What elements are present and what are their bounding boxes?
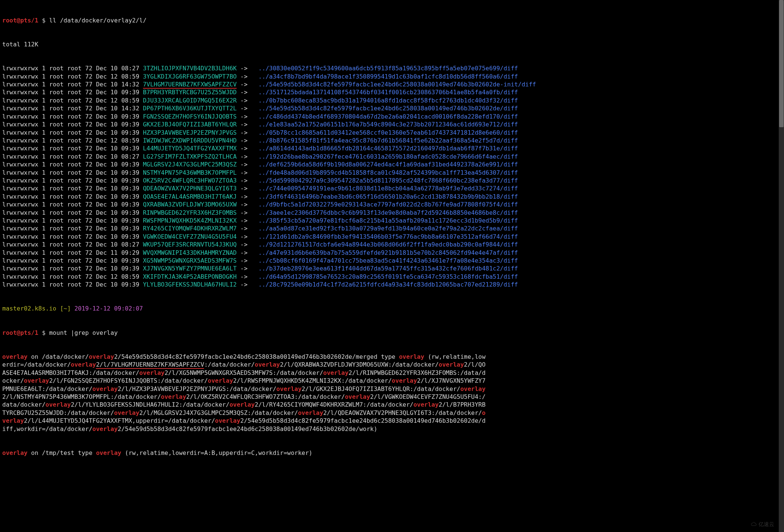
mount-text: 2/l/RY4265CIYOMQWF4DKHRXRZWLM7:/data/doc… (255, 401, 413, 408)
ls-arrow: -> (237, 185, 251, 192)
ls-arrow: -> (237, 65, 251, 72)
ls-target: ../30830e0052f1f9c5349600aa6dcb5f913f85a… (258, 65, 518, 72)
ls-linkname: RY4265CIYOMQWF4DKHRXRZWLM7 (143, 225, 237, 232)
ls-linkname: XKIFDTKJA3K4P52ABEPONBOGKH (143, 273, 237, 280)
ls-row: lrwxrwxrwx 1 root root 77 Dec 10 14:32 7… (2, 80, 782, 88)
ps1-path: [~] (57, 305, 75, 312)
ls-arrow: -> (237, 145, 251, 152)
ls-perms: lrwxrwxrwx 1 root root 72 Dec 10 09:39 (2, 185, 143, 192)
grep-match-overlay: overlay (114, 409, 139, 416)
mount-output-1: overlay on /data/docker/overlay2/54e59d5… (2, 353, 487, 433)
ps1-host: master02.k8s.io (2, 305, 57, 312)
ls-row: lrwxrwxrwx 1 root root 72 Dec 10 09:39 F… (2, 113, 782, 120)
ls-target: ../def6259b6da58d6f9b190d8a006274ed4ac4f… (258, 161, 518, 168)
mount-text: 2/l/YLYLBO3GFEKSSJNDLHA67HULI2:/data/doc… (71, 401, 230, 408)
ls-target: ../385f53cb5a720a97e81fbcf6a8c215b41a55a… (258, 217, 518, 224)
ls-arrow: -> (237, 105, 251, 112)
ls-target: ../c5b08cf6f0169f47a4701cc75bea83ad5ca41… (258, 257, 518, 264)
ls-target: ../fde48a8d06d19b8959cd4b51858f8ca01c948… (258, 169, 518, 176)
ls-linkname: MGLGRSV2J4X7G3GLMPC25M3QSZ (143, 161, 237, 168)
ls-linkname: QOASE4E7AL4ASRMBO3HI7T6AKJ (143, 193, 237, 200)
cloud-icon (751, 521, 757, 527)
ls-target: ../d9bfbc5a1d720322759e0293143ace7797afd… (258, 201, 518, 208)
ls-perms: lrwxrwxrwx 1 root root 72 Dec 10 09:39 (2, 129, 143, 136)
terminal[interactable]: root@pts/1 $ ll /data/docker/overlay2/l/… (0, 0, 784, 465)
mount-text: 2/l/FGN2SSQEZH7HOFSY6INJJQOBTS:/data/doc… (49, 377, 208, 384)
ls-linkname: 3YGLKDIXJG6RF63GW75OWPT7BO (143, 73, 237, 80)
ls-target: ../192d26bae8ba290267fece4761c6031a2659b… (258, 153, 518, 160)
ls-linkname: NSTMY4PN75P436WMB3K7OPMFPL (143, 169, 237, 176)
ls-arrow: -> (237, 153, 251, 160)
mount-text: 2/54e59d5b58d3d4c82fe5979facbc1ee24bd6c2… (118, 425, 377, 432)
mount-text: 2/l/L44MUJETYD5JQ4TFG2YAXXFTMX,upperdir=… (24, 417, 215, 424)
ls-linkname: OKZ5RV2C4WFLQRC3HFWO7ZTOA3 (143, 177, 237, 184)
grep-match-overlay: overlay (323, 369, 348, 376)
ls-perms: lrwxrwxrwx 1 root root 72 Dec 10 09:39 (2, 113, 143, 120)
ls-row: lrwxrwxrwx 1 root root 72 Dec 10 09:39 X… (2, 257, 782, 265)
command-1: ll /data/docker/overlay2/l/ (49, 17, 146, 24)
ls-arrow: -> (237, 225, 251, 232)
ls-row: lrwxrwxrwx 1 root root 72 Dec 12 08:59 3… (2, 73, 782, 80)
grep-match-overlay: overlay (392, 377, 417, 384)
ls-arrow: -> (237, 177, 251, 184)
ls-arrow: -> (237, 257, 251, 264)
mount-text: 2/l/MGLGRSV2J4X7G3GLMPC25M3QSZ:/data/doc… (139, 409, 298, 416)
ls-arrow: -> (237, 97, 251, 104)
ls-target: ../d64a95d12998785e76523c20a89c2565f0191… (258, 273, 518, 280)
ls-target: ../c486dd4374b8ed4f689370804da67d2be2a6a… (258, 113, 518, 120)
mount-text: 2/l/QDEAOWZVAX7V2PHNE3QLGYI6T3:/data/doc… (323, 409, 482, 416)
prompt-line-2: root@pts/1 $ mount |grep overlay (2, 329, 782, 337)
ls-row: lrwxrwxrwx 1 root root 72 Dec 10 08:27 3… (2, 64, 782, 72)
ls-perms: lrwxrwxrwx 1 root root 72 Dec 10 09:39 (2, 225, 143, 232)
grep-match-overlay: overlay (24, 377, 49, 384)
ls-linkname: B7PRH3YRBTYRCBG7U25Z55WJDD (143, 89, 237, 96)
ls-row: lrwxrwxrwx 1 root root 72 Dec 10 09:39 X… (2, 265, 782, 272)
ls-perms: lrwxrwxrwx 1 root root 72 Dec 10 09:39 (2, 257, 143, 264)
grep-match-overlay: overlay (92, 385, 118, 392)
ls-row: lrwxrwxrwx 1 root root 72 Dec 10 09:39 L… (2, 144, 782, 152)
ls-listing: lrwxrwxrwx 1 root root 72 Dec 10 08:27 3… (2, 64, 782, 288)
mount-text: 2/l/NSTMY4PN75P436WMB3K7OPMFPL:/data/doc… (2, 393, 161, 400)
ls-perms: lrwxrwxrwx 1 root root 72 Dec 10 09:39 (2, 121, 143, 128)
mount-text: 2/l/7VLHGM7UERNBZ7KFXWSAPFZZCV (96, 361, 204, 369)
ls-perms: lrwxrwxrwx 1 root root 72 Dec 10 09:39 (2, 169, 143, 176)
ls-perms: lrwxrwxrwx 1 root root 72 Dec 10 09:39 (2, 209, 143, 216)
ls-target: ../e1e83aa52a1752a06151b176a7b549c8904c3… (258, 121, 518, 128)
ls-target: ../a8614d4143adb1d86665fdb28164c46581755… (258, 145, 518, 152)
grep-match-overlay: overlay (255, 361, 280, 368)
ls-arrow: -> (237, 209, 251, 216)
ls-linkname: 7VLHGM7UERNBZ7KFXWSAPFZZCV (143, 81, 237, 89)
ls-linkname: QXRABWA3ZVDFLDJWY3DMO65UXW (143, 201, 237, 208)
prompt-line-1: root@pts/1 $ ll /data/docker/overlay2/l/ (2, 16, 782, 24)
scrollbar[interactable] (779, 0, 784, 532)
ls-row: lrwxrwxrwx 1 root root 72 Dec 10 08:27 W… (2, 241, 782, 248)
ls-arrow: -> (237, 249, 251, 256)
ls-row: lrwxrwxrwx 1 root root 72 Dec 10 09:39 O… (2, 177, 782, 184)
ls-linkname: VGWKOEDW4CEVFZ7ZNU4G5U5FU4 (143, 233, 237, 240)
scrollbar-thumb[interactable] (779, 0, 784, 127)
grep-match-overlay: overlay (92, 425, 118, 432)
ls-target: ../8b876c91585f81f51fa4eac95c876b7d61b56… (258, 137, 518, 144)
ls-arrow: -> (237, 169, 251, 176)
ls-perms: lrwxrwxrwx 1 root root 72 Dec 10 09:39 (2, 217, 143, 224)
grep-match-overlay: overlay (96, 449, 121, 456)
ls-target: ../3df6f46316496b7eabe3bd6c065f16d56501b… (258, 193, 518, 200)
ls-target: ../3aee1ec2306d3776dbbc9c6b9913f13de9e8d… (258, 209, 518, 216)
ls-row: lrwxrwxrwx 1 root root 72 Dec 10 09:39 H… (2, 129, 782, 137)
grep-match-overlay: overlay (215, 417, 240, 424)
ls-perms: lrwxrwxrwx 1 root root 72 Dec 12 08:59 (2, 73, 143, 80)
grep-match-overlay: overlay (139, 369, 164, 376)
ls-arrow: -> (237, 273, 251, 280)
ls-target: ../54e59d5b58d3d4c82fe5979facbc1ee24bd6c… (258, 105, 518, 112)
ls-arrow: -> (237, 129, 251, 136)
ls-linkname: QDEAOWZVAX7V2PHNE3QLGYI6T3 (143, 185, 237, 192)
ls-row: lrwxrwxrwx 1 root root 72 Dec 10 09:39 Q… (2, 184, 782, 192)
ls-row: lrwxrwxrwx 1 root root 72 Dec 12 08:59 D… (2, 97, 782, 104)
ls-arrow: -> (237, 265, 251, 272)
ls-perms: lrwxrwxrwx 1 root root 72 Dec 10 09:39 (2, 201, 143, 208)
grep-match-overlay: overlay (439, 361, 464, 368)
watermark: 亿速云 (751, 520, 774, 528)
ls-total: total 112K (2, 40, 782, 48)
ls-row: lrwxrwxrwx 1 root root 72 Dec 10 14:32 D… (2, 104, 782, 112)
ls-perms: lrwxrwxrwx 1 root root 72 Dec 10 09:39 (2, 281, 143, 288)
